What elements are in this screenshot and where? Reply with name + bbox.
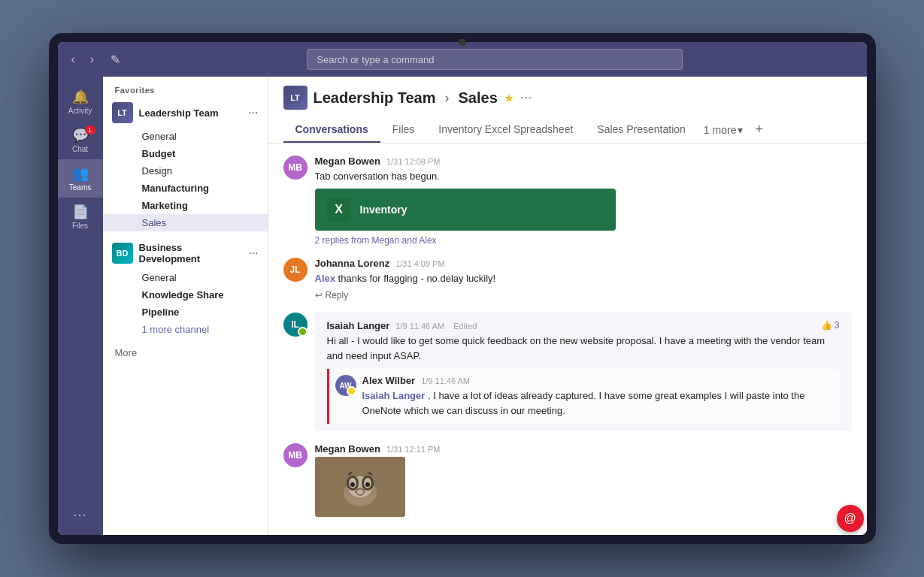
replies-label-1[interactable]: 2 replies from Megan and Alex bbox=[315, 235, 852, 246]
main-content: LT Leadership Team › Sales ★ ··· Convers… bbox=[268, 77, 867, 535]
reply-icon: ↩ bbox=[315, 290, 323, 301]
message-group-2: JL Johanna Lorenz 1/31 4:09 PM Alex than… bbox=[283, 258, 852, 301]
rail-label-files: Files bbox=[72, 222, 88, 230]
avatar-isaiah: IL bbox=[283, 313, 307, 337]
channel-general-leadership[interactable]: General bbox=[103, 128, 268, 145]
favorites-label: Favorites bbox=[103, 77, 268, 98]
sidebar: Favorites LT Leadership Team ··· General… bbox=[103, 77, 268, 535]
avatar-alex: AW bbox=[335, 375, 356, 396]
svg-point-7 bbox=[350, 482, 355, 487]
excel-icon: X bbox=[327, 198, 351, 222]
sidebar-more-button[interactable]: More bbox=[103, 338, 268, 367]
search-placeholder: Search or type a command bbox=[317, 54, 434, 65]
reply-action-2[interactable]: ↩ Reply bbox=[315, 290, 852, 301]
tab-files[interactable]: Files bbox=[380, 117, 427, 143]
sender-alex: Alex Wilber bbox=[362, 375, 416, 386]
message-text-3: Hi all - I would like to get some quick … bbox=[327, 334, 840, 363]
tab-more-label: 1 more bbox=[704, 124, 737, 136]
tab-conversations[interactable]: Conversations bbox=[283, 117, 380, 143]
rail-item-files[interactable]: 📄 Files bbox=[58, 198, 103, 236]
message-meta-alex: Alex Wilber 1/9 11:46 AM bbox=[362, 375, 834, 386]
forward-button[interactable]: › bbox=[86, 50, 98, 69]
left-rail: 🔔 Activity 💬 Chat 1 👥 Teams 📄 Files ··· bbox=[58, 77, 103, 535]
photo-preview bbox=[315, 457, 405, 517]
back-button[interactable]: ‹ bbox=[67, 50, 80, 69]
team-avatar-leadership: LT bbox=[112, 102, 133, 123]
mention-isaiah: Isaiah Langer bbox=[362, 390, 426, 401]
message-text-1: Tab conversation has begun. bbox=[315, 169, 852, 184]
avatar-megan-1: MB bbox=[283, 156, 307, 180]
message-group-3: IL Isaiah Langer 1/9 11:46 AM Edited 👍 bbox=[283, 313, 852, 431]
channel-header: LT Leadership Team › Sales ★ ··· Convers… bbox=[268, 77, 867, 143]
team-menu-bizdev[interactable]: ··· bbox=[248, 246, 258, 260]
message-text-alex: Isaiah Langer , I have a lot of ideas al… bbox=[362, 388, 834, 418]
rail-item-chat[interactable]: 💬 Chat 1 bbox=[58, 121, 103, 159]
files-icon: 📄 bbox=[72, 204, 89, 220]
message-group-1: MB Megan Bowen 1/31 12:08 PM Tab convers… bbox=[283, 156, 852, 246]
rail-label-teams: Teams bbox=[69, 183, 91, 192]
channel-team-title: Leadership Team bbox=[314, 89, 436, 107]
more-channels-bizdev[interactable]: 1 more channel bbox=[103, 321, 268, 338]
chat-badge: 1 bbox=[85, 125, 95, 134]
channel-general-bizdev[interactable]: General bbox=[103, 269, 268, 286]
channel-marketing[interactable]: Marketing bbox=[103, 197, 268, 214]
edited-label: Edited bbox=[453, 322, 477, 331]
mention-button[interactable]: @ bbox=[837, 505, 864, 532]
rail-more-button[interactable]: ··· bbox=[73, 507, 86, 523]
team-name-leadership: Leadership Team bbox=[139, 107, 243, 119]
avatar-megan-4: MB bbox=[283, 443, 307, 467]
messages-area: MB Megan Bowen 1/31 12:08 PM Tab convers… bbox=[268, 143, 867, 535]
message-content-4: Megan Bowen 1/31 12:11 PM bbox=[315, 443, 852, 517]
channel-budget[interactable]: Budget bbox=[103, 145, 268, 162]
rail-item-activity[interactable]: 🔔 Activity bbox=[58, 83, 103, 121]
team-bizdev-header[interactable]: BD Business Development ··· bbox=[103, 237, 268, 269]
likes-badge: 👍 3 bbox=[821, 320, 840, 331]
tab-more-button[interactable]: 1 more ▾ bbox=[698, 117, 750, 143]
message-time-4: 1/31 12:11 PM bbox=[386, 445, 441, 454]
message-time-alex: 1/9 11:46 AM bbox=[421, 376, 470, 385]
favorite-star-icon[interactable]: ★ bbox=[504, 91, 514, 105]
message-meta-1: Megan Bowen 1/31 12:08 PM bbox=[315, 156, 852, 167]
search-bar[interactable]: Search or type a command bbox=[307, 49, 683, 70]
teams-icon: 👥 bbox=[72, 165, 89, 182]
compose-button[interactable]: ✎ bbox=[105, 50, 126, 70]
channel-knowledge-share[interactable]: Knowledge Share bbox=[103, 286, 268, 304]
channel-sales[interactable]: Sales bbox=[103, 214, 268, 231]
message-text-2: Alex thanks for flagging - no delay luck… bbox=[315, 271, 852, 286]
team-menu-leadership[interactable]: ··· bbox=[248, 106, 258, 119]
quoted-reply: AW Alex Wilber 1/9 11:46 AM Isaiah Lange… bbox=[327, 369, 840, 424]
svg-point-10 bbox=[357, 490, 363, 494]
tabs-row: Conversations Files Inventory Excel Spre… bbox=[283, 117, 852, 143]
channel-team-icon: LT bbox=[283, 86, 307, 110]
tab-add-button[interactable]: + bbox=[749, 117, 769, 143]
channel-separator: › bbox=[445, 90, 450, 106]
activity-icon: 🔔 bbox=[72, 89, 89, 105]
message-content-2: Johanna Lorenz 1/31 4:09 PM Alex thanks … bbox=[315, 258, 852, 301]
tab-inventory-excel[interactable]: Inventory Excel Spreadsheet bbox=[426, 117, 585, 143]
camera bbox=[459, 38, 466, 46]
excel-card[interactable]: X Inventory bbox=[315, 189, 616, 231]
screen: ‹ › ✎ Search or type a command 🔔 Activit… bbox=[58, 42, 867, 535]
channel-manufacturing[interactable]: Manufacturing bbox=[103, 180, 268, 197]
channel-name-title: Sales bbox=[459, 89, 498, 107]
message-content-3: Isaiah Langer 1/9 11:46 AM Edited 👍 3 Hi… bbox=[315, 313, 852, 431]
channel-title-row: LT Leadership Team › Sales ★ ··· bbox=[283, 86, 852, 110]
team-leadership-header[interactable]: LT Leadership Team ··· bbox=[103, 98, 268, 128]
message-time-3: 1/9 11:46 AM bbox=[395, 322, 444, 331]
message-time-1: 1/31 12:08 PM bbox=[386, 157, 441, 166]
message-meta-3: Isaiah Langer 1/9 11:46 AM Edited 👍 3 bbox=[327, 320, 840, 331]
main-area: 🔔 Activity 💬 Chat 1 👥 Teams 📄 Files ··· bbox=[58, 77, 867, 535]
channel-design[interactable]: Design bbox=[103, 162, 268, 180]
rail-item-teams[interactable]: 👥 Teams bbox=[58, 159, 103, 198]
device-frame: ‹ › ✎ Search or type a command 🔔 Activit… bbox=[49, 33, 876, 544]
likes-count: 3 bbox=[835, 320, 840, 331]
message-meta-2: Johanna Lorenz 1/31 4:09 PM bbox=[315, 258, 852, 269]
svg-point-8 bbox=[365, 482, 370, 487]
message-meta-4: Megan Bowen 1/31 12:11 PM bbox=[315, 443, 852, 455]
tab-sales-presentation[interactable]: Sales Presentation bbox=[585, 117, 698, 143]
channel-more-icon[interactable]: ··· bbox=[520, 91, 532, 104]
channel-pipeline[interactable]: Pipeline bbox=[103, 304, 268, 321]
sender-megan-4: Megan Bowen bbox=[315, 443, 380, 455]
avatar-johanna: JL bbox=[283, 258, 307, 282]
sender-isaiah: Isaiah Langer bbox=[327, 320, 390, 331]
